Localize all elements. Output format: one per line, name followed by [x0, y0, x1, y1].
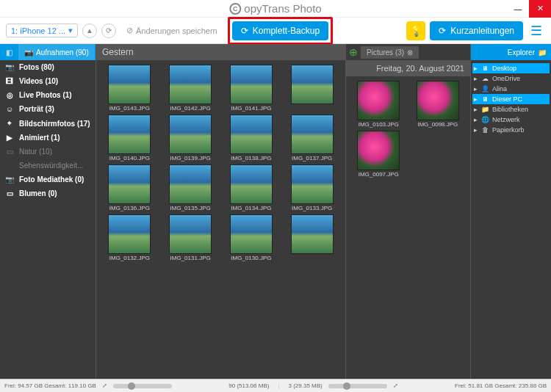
hamburger-menu-button[interactable]: ☰	[527, 23, 545, 39]
add-tab-button[interactable]: ⊕	[346, 46, 361, 58]
device-selector[interactable]: 1: iPhone 12 ... ▾	[6, 23, 78, 37]
highlight-annotation: ⟳ Komplett-Backup	[228, 17, 333, 45]
thumbnail[interactable]: IMG_0135.JPG	[162, 164, 220, 211]
eject-button[interactable]: ▲	[82, 23, 97, 38]
thumbnail[interactable]	[283, 65, 341, 112]
sidebar-item[interactable]: 📷Foto Mediathek (0)	[0, 173, 96, 186]
tree-expand-icon[interactable]: ▸	[474, 116, 478, 123]
thumbnail[interactable]: IMG_0131.JPG	[162, 214, 220, 261]
sidebar-tab-icon[interactable]: ◧	[0, 44, 18, 60]
thumbnail-label: IMG_0141.JPG	[231, 105, 271, 112]
full-backup-button[interactable]: ⟳ Komplett-Backup	[232, 21, 328, 40]
thumbnail[interactable]: IMG_0134.JPG	[223, 164, 281, 211]
tree-item[interactable]: ▸☁OneDrive	[472, 73, 550, 84]
app-title: C opyTrans Photo	[229, 2, 321, 15]
tree-expand-icon[interactable]: ▸	[474, 65, 478, 72]
tree-item[interactable]: ▸🗑Papierkorb	[472, 125, 550, 135]
sidebar-tabstrip: ◧ 📷 Aufnahmen (90)	[0, 44, 96, 60]
sidebar-item[interactable]: 🎞Videos (10)	[0, 74, 96, 88]
tree-item[interactable]: ▸🖥Desktop	[472, 63, 550, 73]
close-tab-icon[interactable]: ⊗	[407, 48, 413, 57]
thumbnail[interactable]: IMG_0097.JPG	[350, 131, 407, 178]
tree-expand-icon[interactable]: ▸	[474, 95, 478, 103]
sidebar-item[interactable]: ☺Porträt (3)	[0, 102, 96, 116]
sidebar-item[interactable]: ▭Natur (10)	[0, 145, 96, 159]
sidebar-item-label: Blumen (0)	[19, 189, 57, 197]
tree-item-icon: ☁	[480, 75, 489, 82]
backup-icon: ⟳	[241, 26, 248, 36]
close-button[interactable]: ✕	[529, 0, 551, 18]
pictures-tab-label: Pictures (3)	[367, 48, 404, 57]
thumbnail[interactable]: IMG_0098.JPG	[410, 81, 467, 128]
sidebar-item-label: Natur (10)	[19, 148, 52, 156]
thumbnail[interactable]: IMG_0142.JPG	[162, 65, 220, 112]
gallery-date-label: Freitag, 20. August 2021	[376, 64, 464, 73]
thumbnail-label: IMG_0139.JPG	[170, 155, 211, 161]
pictures-tab[interactable]: Pictures (3) ⊗	[361, 46, 419, 59]
tree-expand-icon[interactable]: ▸	[474, 106, 478, 113]
thumbnail[interactable]: IMG_0136.JPG	[101, 164, 159, 211]
sidebar-item[interactable]: 📷Fotos (80)	[0, 60, 96, 74]
tree-item[interactable]: ▸🖥Dieser PC	[472, 94, 550, 104]
thumbnail[interactable]: IMG_0140.JPG	[101, 115, 159, 161]
refresh-button[interactable]: ⟳	[101, 23, 116, 38]
expand-icon-right[interactable]: ⤢	[393, 382, 398, 389]
sidebar-item-icon: 📷	[4, 175, 15, 184]
sidebar-item-icon: 🎞	[4, 77, 15, 85]
tree-item-label: Bibliotheken	[492, 106, 528, 113]
thumbnail[interactable]: IMG_0143.JPG	[101, 65, 159, 112]
thumbnail[interactable]: IMG_0138.JPG	[223, 115, 281, 161]
thumbnail-image	[230, 164, 273, 204]
sidebar-item[interactable]: ⌖Bildschirmfotos (17)	[0, 116, 96, 131]
thumbnail[interactable]	[283, 214, 341, 261]
tree-item-label: Desktop	[492, 65, 516, 72]
thumbnail-grid-right[interactable]: IMG_0103.JPGIMG_0098.JPGIMG_0097.JPG	[346, 76, 470, 379]
quickguide-button[interactable]: ⟳ Kurzanleitungen	[430, 21, 523, 40]
thumbnail[interactable]: IMG_0132.JPG	[101, 214, 159, 261]
sidebar-tab-albums[interactable]: 📷 Aufnahmen (90)	[18, 44, 95, 60]
tips-button[interactable]: 💡	[406, 21, 425, 40]
tree-expand-icon[interactable]: ▸	[474, 75, 478, 82]
thumbnail[interactable]: IMG_0137.JPG	[283, 115, 341, 161]
thumbnail-grid-left[interactable]: IMG_0143.JPGIMG_0142.JPGIMG_0141.JPGIMG_…	[96, 60, 345, 379]
thumbnail[interactable]: IMG_0139.JPG	[162, 115, 220, 161]
save-changes-button[interactable]: ⊘ Änderungen speichern	[120, 23, 223, 38]
thumbnail-image	[108, 115, 151, 154]
tree-item[interactable]: ▸👤Alina	[472, 84, 550, 94]
save-label: Änderungen speichern	[136, 26, 217, 35]
thumbnail-image	[291, 214, 334, 254]
thumbnail[interactable]: IMG_0103.JPG	[350, 81, 407, 128]
sidebar-item[interactable]: Sehenswürdigkeit...	[0, 159, 96, 173]
explorer-tab[interactable]: Explorer 📁	[503, 48, 551, 57]
zoom-slider-right[interactable]	[328, 384, 387, 388]
thumbnail[interactable]: IMG_0130.JPG	[223, 214, 281, 261]
sidebar-item-icon: ▶	[4, 134, 15, 142]
gallery-header-left: Gestern	[96, 44, 345, 60]
chevron-down-icon: ▾	[68, 26, 73, 35]
thumbnail[interactable]: IMG_0141.JPG	[223, 65, 281, 112]
sidebar-item-icon: ▭	[4, 189, 15, 197]
gallery-group-label: Gestern	[102, 47, 134, 57]
thumbnail[interactable]: IMG_0133.JPG	[283, 164, 341, 211]
tree-expand-icon[interactable]: ▸	[474, 126, 478, 134]
tree-item-icon: 🗑	[480, 126, 489, 134]
tree-expand-icon[interactable]: ▸	[474, 85, 478, 92]
thumbnail-image	[108, 214, 151, 254]
zoom-slider-left[interactable]	[113, 384, 172, 388]
sidebar-item[interactable]: ▶Animiert (1)	[0, 131, 96, 145]
thumbnail-label: IMG_0137.JPG	[292, 155, 332, 161]
thumbnail-label: IMG_0142.JPG	[170, 105, 211, 112]
status-count-right: 3 (29.35 MB)	[288, 382, 322, 389]
tree-item-icon: 📁	[480, 106, 489, 113]
sidebar-item[interactable]: ▭Blumen (0)	[0, 186, 96, 200]
sidebar-item-label: Fotos (80)	[19, 63, 54, 71]
explorer-panel: Explorer 📁 ▸🖥Desktop▸☁OneDrive▸👤Alina▸🖥D…	[470, 44, 551, 379]
tree-item[interactable]: ▸📁Bibliotheken	[472, 104, 550, 115]
thumbnail-image	[230, 65, 273, 104]
expand-icon[interactable]: ⤢	[102, 382, 107, 389]
tree-item[interactable]: ▸🌐Netzwerk	[472, 115, 550, 125]
sidebar-item[interactable]: ◎Live Photos (1)	[0, 88, 96, 102]
minimize-button[interactable]: —	[507, 0, 529, 18]
main-area: ◧ 📷 Aufnahmen (90) 📷Fotos (80)🎞Videos (1…	[0, 44, 551, 379]
explorer-tree[interactable]: ▸🖥Desktop▸☁OneDrive▸👤Alina▸🖥Dieser PC▸📁B…	[471, 60, 551, 138]
